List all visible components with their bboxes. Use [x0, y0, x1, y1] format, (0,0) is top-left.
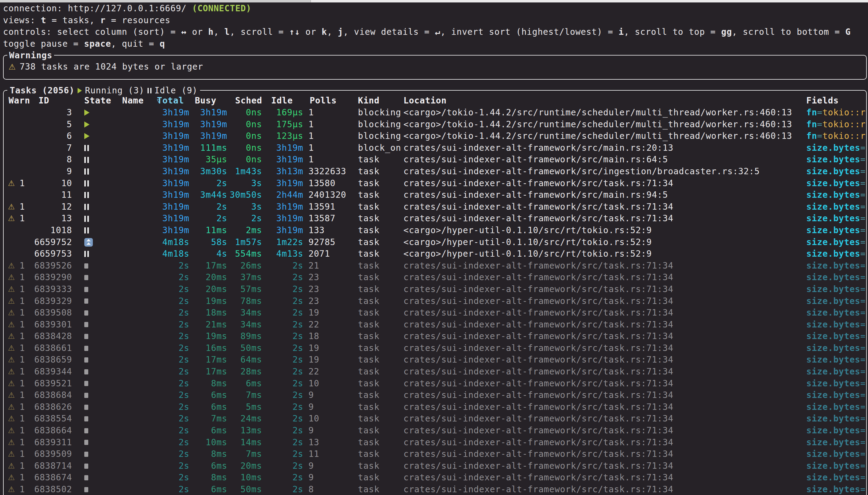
col-header-fields[interactable]: Fields [806, 96, 839, 106]
table-row[interactable]: 73h19m111ms0ns3h19m1block_oncrates/sui-i… [4, 142, 866, 154]
table-row[interactable]: ⚠168393112s10ms14ms2s13taskcrates/sui-in… [4, 437, 866, 449]
table-row[interactable]: ⚠168385022s6ms50ms2s8taskcrates/sui-inde… [4, 484, 866, 495]
cell-sched: 2s [227, 213, 262, 225]
cell-sched: 34ms [227, 319, 262, 331]
col-header-idle[interactable]: Idle [271, 96, 293, 106]
field-key: size.bytes [806, 413, 861, 424]
cell-id: 6838674 [18, 472, 72, 484]
completed-state-icon [84, 428, 88, 433]
cell-idle: 2s [262, 295, 303, 307]
table-row[interactable]: ⚠168395082s18ms34ms2s19taskcrates/sui-in… [4, 307, 866, 319]
completed-state-icon [84, 310, 88, 315]
cell-idle: 175µs [262, 119, 303, 131]
table-row[interactable]: ⚠1133h19m2s2s3h19m13587taskcrates/sui-in… [4, 213, 866, 225]
help-segment: (CONNECTED) [192, 3, 251, 13]
table-row[interactable]: 113h19m3m44s30m50s2h44m2401320taskcrates… [4, 189, 866, 201]
table-row[interactable]: ⚠168386842s6ms7ms2s9taskcrates/sui-index… [4, 389, 866, 401]
cell-busy: 2s [189, 177, 227, 189]
help-segment: , scroll to top = [624, 27, 721, 37]
table-row[interactable]: ⚠168393292s19ms78ms2s23taskcrates/sui-in… [4, 295, 866, 307]
cell-id: 6839509 [18, 448, 72, 460]
tasks-count-label: Tasks (2056) [10, 86, 74, 95]
table-row[interactable]: 66597534m18s4s554ms4m13s2071task<cargo>/… [4, 248, 866, 260]
cell-fields: size.bytes= [806, 472, 868, 484]
table-row[interactable]: 53h19m3h19m0ns175µs1blocking<cargo>/toki… [4, 119, 866, 131]
cell-state [84, 225, 89, 237]
cell-fields: fn=tokio::r [806, 119, 868, 131]
cell-idle: 2s [262, 307, 303, 319]
cell-id: 6838502 [18, 484, 72, 495]
col-header-kind[interactable]: Kind [358, 96, 380, 106]
table-row[interactable]: ⚠168395262s17ms26ms2s21taskcrates/sui-in… [4, 260, 866, 272]
table-row[interactable]: ⚠168393012s21ms34ms2s22taskcrates/sui-in… [4, 319, 866, 331]
cell-polls: 92785 [308, 237, 335, 249]
col-header-state[interactable]: State [84, 96, 111, 106]
table-row[interactable]: 33h19m3h19m0ns169µs1blocking<cargo>/toki… [4, 107, 866, 119]
cell-id: 7 [18, 142, 72, 154]
idle-state-icon [84, 169, 89, 174]
cell-busy: 2s [189, 201, 227, 213]
cell-kind: task [358, 201, 380, 213]
table-row[interactable]: ⚠168386642s6ms13ms2s9taskcrates/sui-inde… [4, 425, 866, 437]
cell-polls: 11 [308, 448, 319, 460]
cell-busy: 7ms [189, 413, 227, 425]
table-row[interactable]: ⚠168386742s8ms10ms2s9taskcrates/sui-inde… [4, 472, 866, 484]
table-row[interactable]: ⚠168393442s17ms28ms2s22taskcrates/sui-in… [4, 366, 866, 378]
field-equals: = [861, 225, 866, 235]
cell-state [84, 272, 88, 284]
cell-polls: 23 [308, 284, 319, 295]
table-row[interactable]: ⚠168386262s6ms5ms2s9taskcrates/sui-index… [4, 401, 866, 413]
cell-idle: 2s [262, 366, 303, 378]
table-row[interactable]: ⚠168386612s16ms50ms2s19taskcrates/sui-in… [4, 342, 866, 354]
table-row[interactable]: ⚠1103h19m2s3s3h19m13580taskcrates/sui-in… [4, 177, 866, 189]
field-equals: = [861, 272, 866, 282]
table-row[interactable]: ⚠168387142s6ms20ms2s9taskcrates/sui-inde… [4, 460, 866, 472]
tasks-panel: Tasks (2056) Running (3) Idle (9) Warn I… [3, 90, 867, 495]
cell-state [84, 260, 88, 272]
table-row[interactable]: 83h19m35µs0ns3h19m1taskcrates/sui-indexe… [4, 154, 866, 166]
cell-sched: 2ms [227, 225, 262, 237]
cell-idle: 3h19m [262, 213, 303, 225]
table-row[interactable]: ⚠168395212s8ms6ms2s10taskcrates/sui-inde… [4, 378, 866, 390]
tasks-panel-title: Tasks (2056) Running (3) Idle (9) [7, 86, 200, 95]
help-segment: toggle pause = [3, 39, 84, 49]
table-row[interactable]: ⚠168392902s20ms37ms2s23taskcrates/sui-in… [4, 272, 866, 284]
views-line: views: t = tasks, r = resources [3, 16, 170, 25]
table-row[interactable]: ⚠168386592s17ms64ms2s19taskcrates/sui-in… [4, 354, 866, 366]
col-header-warn[interactable]: Warn [9, 96, 30, 106]
cell-sched: 78ms [227, 295, 262, 307]
field-equals: = [861, 437, 866, 447]
cell-location: crates/sui-indexer-alt-framework/src/tas… [403, 437, 673, 449]
cell-kind: task [358, 401, 380, 413]
col-header-polls[interactable]: Polls [310, 96, 337, 106]
table-row[interactable]: ⚠168385542s7ms24ms2s10taskcrates/sui-ind… [4, 413, 866, 425]
col-header-name[interactable]: Name [122, 96, 144, 106]
table-row[interactable]: 63h19m3h19m0ns123µs1blocking<cargo>/toki… [4, 130, 866, 142]
cell-location: crates/sui-indexer-alt-framework/src/tas… [403, 472, 673, 484]
table-row[interactable]: 93h19m3m30s1m43s3h13m3322633taskcrates/s… [4, 166, 866, 177]
col-header-sched[interactable]: Sched [235, 96, 262, 106]
table-row[interactable]: ⚠168384282s19ms89ms2s18taskcrates/sui-in… [4, 330, 866, 342]
table-row[interactable]: 66597524m18s58s1m57s1m22s92785task<cargo… [4, 237, 866, 249]
table-row[interactable]: 10183h19m11ms2ms3h19m133task<cargo>/hype… [4, 225, 866, 237]
col-header-busy[interactable]: Busy [195, 96, 217, 106]
cell-sched: 14ms [227, 437, 262, 449]
col-header-location[interactable]: Location [403, 96, 447, 106]
warning-triangle-icon: ⚠ [8, 307, 15, 319]
cell-total: 2s [144, 307, 189, 319]
field-key: size.bytes [806, 437, 861, 447]
cell-busy: 35µs [189, 154, 227, 166]
idle-count-label: Idle (9) [154, 86, 198, 95]
cell-fields: size.bytes= [806, 225, 868, 237]
field-equals: = [861, 308, 866, 318]
cell-total: 2s [144, 437, 189, 449]
running-state-icon [84, 133, 89, 139]
table-row[interactable]: ⚠168395092s8ms7ms2s11taskcrates/sui-inde… [4, 448, 866, 460]
completed-state-icon [84, 393, 88, 398]
table-row[interactable]: ⚠1123h19m2s3s3h19m13591taskcrates/sui-in… [4, 201, 866, 213]
cell-total: 2s [144, 378, 189, 390]
cell-sched: 6ms [227, 378, 262, 390]
col-header-id[interactable]: ID [38, 96, 49, 106]
cell-location: crates/sui-indexer-alt-framework/src/tas… [403, 378, 673, 390]
table-row[interactable]: ⚠168393332s20ms57ms2s23taskcrates/sui-in… [4, 284, 866, 295]
